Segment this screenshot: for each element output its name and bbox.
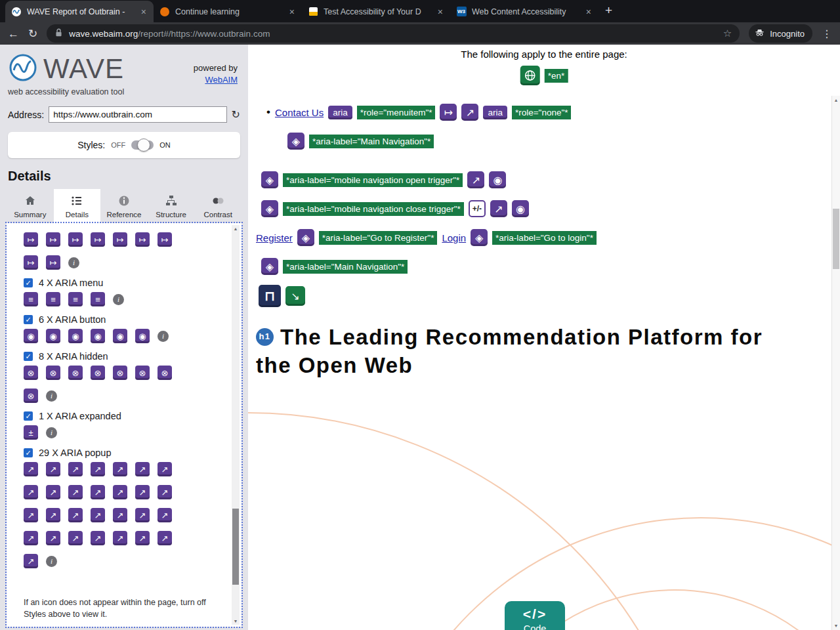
hidden-icon[interactable]: ⊗: [91, 366, 105, 380]
tab-continue-learning[interactable]: Continue learning ×: [154, 1, 302, 22]
tab-close-icon[interactable]: ×: [436, 7, 444, 17]
popup-icon[interactable]: ↗: [46, 462, 60, 476]
toggle-knob[interactable]: [137, 138, 150, 152]
popup-icon[interactable]: ↗: [158, 462, 172, 476]
button-icon[interactable]: ◉: [46, 329, 60, 343]
browser-menu-icon[interactable]: ⋮: [822, 28, 832, 40]
code-button[interactable]: </> Code: [505, 601, 565, 630]
popup-icon[interactable]: ↗: [46, 531, 60, 545]
popup-icon[interactable]: ↗: [135, 508, 150, 522]
address-input[interactable]: [49, 106, 226, 123]
popup-icon[interactable]: ↗: [91, 462, 105, 476]
popup-icon[interactable]: ↗: [91, 485, 105, 499]
expanded-icon[interactable]: ±: [24, 425, 38, 440]
menu-icon[interactable]: ≡: [24, 292, 38, 306]
popup-icon[interactable]: ↗: [46, 485, 60, 499]
scroll-up-icon[interactable]: ▲: [232, 226, 240, 231]
popup-icon[interactable]: ↗: [113, 485, 127, 499]
info-icon[interactable]: i: [46, 427, 57, 438]
tab-wcag[interactable]: W3 Web Content Accessibility ×: [450, 1, 598, 22]
scrollbar-thumb[interactable]: [833, 209, 839, 269]
styles-toggle[interactable]: [131, 140, 154, 150]
tab-summary[interactable]: Summary: [7, 189, 54, 223]
tabindex-icon[interactable]: ↦: [113, 232, 127, 247]
tab-test-accessibility[interactable]: Test Accessibility of Your D ×: [302, 1, 450, 22]
popup-icon[interactable]: ↗: [135, 485, 150, 499]
popup-icon[interactable]: ↗: [46, 508, 60, 522]
contact-us-link[interactable]: Contact Us: [275, 107, 324, 118]
aria-popup-icon[interactable]: ↗: [467, 171, 484, 188]
tabindex-icon[interactable]: ↦: [46, 232, 60, 247]
bookmark-star-icon[interactable]: ☆: [723, 28, 732, 39]
register-link[interactable]: Register: [256, 232, 293, 243]
hidden-icon[interactable]: ⊗: [68, 366, 83, 380]
tabindex-icon[interactable]: ↦: [135, 232, 150, 247]
aria-button-icon[interactable]: ◉: [489, 171, 506, 188]
tab-close-icon[interactable]: ×: [585, 7, 593, 17]
button-icon[interactable]: ◉: [91, 329, 105, 343]
popup-icon[interactable]: ↗: [135, 531, 150, 545]
button-icon[interactable]: ◉: [24, 329, 38, 343]
aria-badge[interactable]: aria: [483, 106, 507, 119]
tabindex-icon[interactable]: ↦: [24, 232, 38, 247]
scroll-down-icon[interactable]: ▼: [232, 619, 240, 623]
tab-reference[interactable]: Reference: [100, 189, 148, 223]
aria-popup-icon[interactable]: ↗: [490, 200, 507, 217]
h1-badge[interactable]: h1: [256, 328, 274, 346]
group-checkbox[interactable]: ✓: [24, 411, 33, 421]
skip-link-icon[interactable]: ↘: [285, 286, 305, 306]
new-tab-button[interactable]: +: [605, 3, 612, 18]
login-link[interactable]: Login: [442, 232, 466, 243]
button-icon[interactable]: ◉: [68, 329, 83, 343]
tabindex-icon[interactable]: ↦: [91, 232, 105, 247]
tabindex-icon[interactable]: ↦: [440, 104, 457, 121]
tab-structure[interactable]: Structure: [148, 189, 195, 223]
scrollbar-thumb[interactable]: [232, 509, 239, 585]
popup-icon[interactable]: ↗: [113, 462, 127, 476]
banner-landmark-icon[interactable]: ⊓: [259, 285, 281, 307]
popup-icon[interactable]: ↗: [24, 554, 38, 568]
tabindex-icon[interactable]: ↦: [68, 232, 83, 247]
webaim-link[interactable]: WebAIM: [205, 75, 238, 85]
button-icon[interactable]: ◉: [135, 329, 150, 343]
menu-icon[interactable]: ≡: [68, 292, 83, 306]
popup-icon[interactable]: ↗: [113, 508, 127, 522]
popup-icon[interactable]: ↗: [158, 485, 172, 499]
popup-icon[interactable]: ↗: [91, 531, 105, 545]
popup-icon[interactable]: ↗: [158, 508, 172, 522]
sidebar-scrollbar[interactable]: ▲ ▼: [232, 225, 240, 625]
info-icon[interactable]: i: [46, 390, 57, 402]
hidden-icon[interactable]: ⊗: [113, 366, 127, 380]
aria-badge[interactable]: aria: [328, 106, 352, 119]
tab-close-icon[interactable]: ×: [140, 7, 148, 17]
hidden-icon[interactable]: ⊗: [135, 366, 150, 380]
back-icon[interactable]: ←: [8, 28, 19, 39]
aria-label-tag-icon[interactable]: ◈: [261, 258, 278, 275]
tabindex-icon[interactable]: ↦: [24, 255, 38, 270]
popup-icon[interactable]: ↗: [91, 508, 105, 522]
scroll-up-icon[interactable]: ▲: [832, 98, 840, 102]
popup-icon[interactable]: ↗: [24, 462, 38, 476]
aria-label-tag-icon[interactable]: ◈: [297, 229, 314, 246]
info-icon[interactable]: i: [68, 257, 79, 268]
group-checkbox[interactable]: ✓: [24, 278, 33, 287]
scroll-down-icon[interactable]: ▼: [832, 623, 840, 628]
reload-icon[interactable]: ↻: [28, 28, 37, 39]
group-checkbox[interactable]: ✓: [24, 315, 33, 324]
hidden-icon[interactable]: ⊗: [46, 366, 60, 380]
menu-icon[interactable]: ≡: [46, 292, 60, 306]
popup-icon[interactable]: ↗: [68, 531, 83, 545]
tab-close-icon[interactable]: ×: [288, 7, 296, 17]
tab-wave-report[interactable]: WAVE Report of Outbrain - ×: [5, 1, 154, 22]
info-icon[interactable]: i: [46, 556, 57, 567]
popup-icon[interactable]: ↗: [24, 508, 38, 522]
info-icon[interactable]: i: [158, 331, 169, 342]
group-checkbox[interactable]: ✓: [24, 352, 33, 361]
tab-details[interactable]: Details: [54, 189, 101, 223]
aria-label-tag-icon[interactable]: ◈: [287, 133, 304, 150]
address-bar[interactable]: wave.webaim.org/report#/https://www.outb…: [47, 24, 740, 43]
popup-icon[interactable]: ↗: [68, 508, 83, 522]
aria-popup-icon[interactable]: ↗: [461, 104, 478, 121]
menu-icon[interactable]: ≡: [91, 292, 105, 306]
aria-label-tag-icon[interactable]: ◈: [471, 229, 488, 246]
